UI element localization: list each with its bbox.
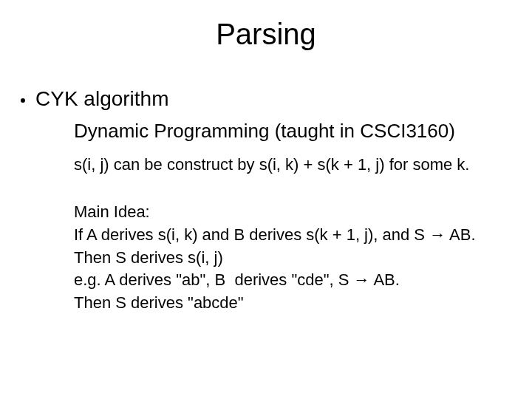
line-construct: s(i, j) can be construct by s(i, k) + s(… <box>74 154 469 176</box>
subheading-dp: Dynamic Programming (taught in CSCI3160) <box>74 120 455 143</box>
slide-title: Parsing <box>0 18 532 51</box>
idea-line-1: Main Idea: <box>74 201 517 224</box>
idea-line-3: Then S derives s(i, j) <box>74 247 517 270</box>
bullet-text: CYK algorithm <box>35 87 169 111</box>
idea-line-2: If A derives s(i, k) and B derives s(k +… <box>74 224 517 247</box>
idea-line-4: e.g. A derives "ab", B derives "cde", S … <box>74 269 517 292</box>
main-idea-block: Main Idea: If A derives s(i, k) and B de… <box>74 201 517 315</box>
idea-line-5: Then S derives "abcde" <box>74 292 517 315</box>
bullet-item-cyk: CYK algorithm <box>21 87 169 111</box>
bullet-dot-icon <box>21 98 25 103</box>
slide: Parsing CYK algorithm Dynamic Programmin… <box>0 0 532 399</box>
